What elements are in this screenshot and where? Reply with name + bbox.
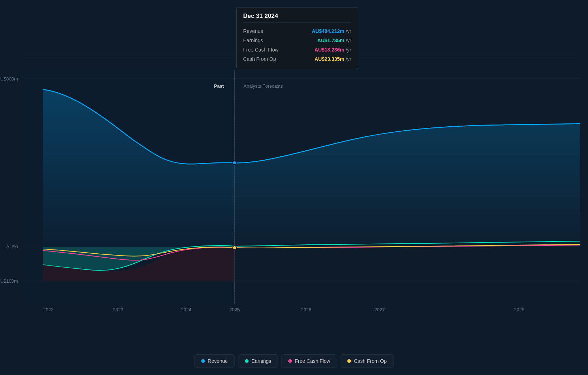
tooltip-label-1: Earnings xyxy=(243,38,263,43)
legend-label-2: Free Cash Flow xyxy=(295,358,330,364)
tooltip-label-0: Revenue xyxy=(243,28,263,34)
svg-text:2026: 2026 xyxy=(301,307,312,312)
svg-text:2023: 2023 xyxy=(113,307,124,312)
tooltip-value-1: AU$1.735m /yr xyxy=(317,38,351,43)
svg-text:2022: 2022 xyxy=(43,307,54,312)
svg-point-10 xyxy=(233,161,236,165)
svg-text:2027: 2027 xyxy=(375,307,385,312)
svg-text:AU$0: AU$0 xyxy=(6,244,18,249)
legend-dot-2 xyxy=(288,359,292,363)
legend-label-0: Revenue xyxy=(208,358,228,364)
tooltip-label-2: Free Cash Flow xyxy=(243,47,279,53)
svg-text:2028: 2028 xyxy=(514,307,525,312)
svg-text:Analysts Forecasts: Analysts Forecasts xyxy=(244,83,283,89)
legend-item-earnings[interactable]: Earnings xyxy=(238,354,278,368)
tooltip-value-2: AU$18.236m /yr xyxy=(314,47,351,53)
legend-item-cash-from-op[interactable]: Cash From Op xyxy=(341,354,394,368)
svg-text:AU$800m: AU$800m xyxy=(0,76,18,82)
legend-item-revenue[interactable]: Revenue xyxy=(194,354,235,368)
tooltip-row-2: Free Cash Flow AU$18.236m /yr xyxy=(243,45,351,54)
svg-text:-AU$100m: -AU$100m xyxy=(0,278,18,284)
tooltip-value-0: AU$484.212m /yr xyxy=(312,28,351,34)
svg-text:Past: Past xyxy=(214,83,224,89)
tooltip-value-3: AU$23.335m /yr xyxy=(314,56,351,62)
legend-label-3: Cash From Op xyxy=(354,358,387,364)
svg-text:2025: 2025 xyxy=(230,307,240,312)
legend-label-1: Earnings xyxy=(251,358,271,364)
tooltip-row-3: Cash From Op AU$23.335m /yr xyxy=(243,54,351,64)
tooltip-row-0: Revenue AU$484.212m /yr xyxy=(243,26,351,36)
tooltip-label-3: Cash From Op xyxy=(243,56,276,62)
legend-dot-1 xyxy=(245,359,249,363)
tooltip-date: Dec 31 2024 xyxy=(243,13,351,23)
legend-dot-0 xyxy=(201,359,205,363)
tooltip-row-1: Earnings AU$1.735m /yr xyxy=(243,36,351,45)
svg-point-11 xyxy=(233,246,236,249)
legend-dot-3 xyxy=(347,359,351,363)
svg-text:2024: 2024 xyxy=(181,307,192,312)
legend: Revenue Earnings Free Cash Flow Cash Fro… xyxy=(194,354,394,368)
chart-container: Dec 31 2024 Revenue AU$484.212m /yr Earn… xyxy=(0,0,588,375)
tooltip: Dec 31 2024 Revenue AU$484.212m /yr Earn… xyxy=(236,7,358,69)
legend-item-free-cash-flow[interactable]: Free Cash Flow xyxy=(281,354,337,368)
